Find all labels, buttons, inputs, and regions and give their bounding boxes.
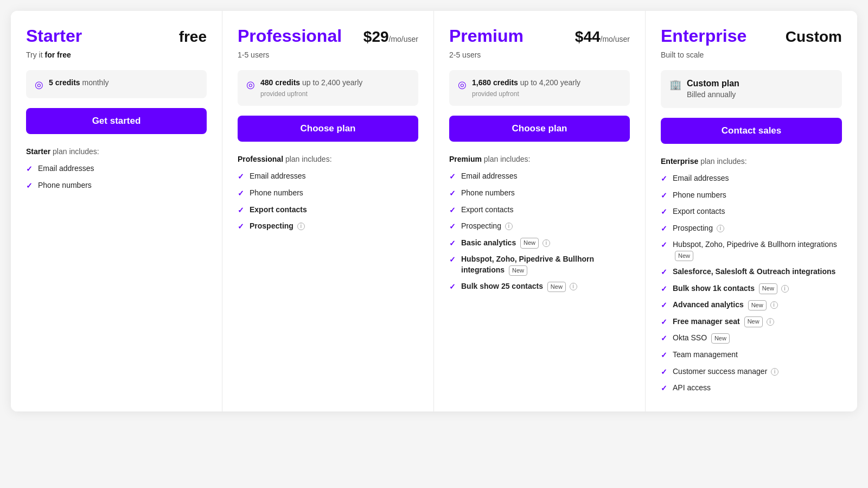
check-icon: ✓ bbox=[26, 181, 33, 192]
plan-header-premium: Premium$44/mo/user bbox=[449, 26, 630, 46]
credits-text: 480 credits up to 2,400 yearlyprovided u… bbox=[260, 78, 362, 98]
plan-price-premium: $44/mo/user bbox=[575, 28, 630, 46]
info-icon[interactable]: i bbox=[771, 368, 778, 376]
feature-text: Export contacts bbox=[250, 205, 307, 216]
feature-text: Advanced analytics New i bbox=[673, 300, 778, 310]
new-badge: New bbox=[759, 283, 777, 294]
list-item: ✓Email addresses bbox=[661, 173, 842, 185]
feature-text: Team management bbox=[673, 350, 738, 360]
plan-includes-label-enterprise: Enterprise plan includes: bbox=[661, 157, 842, 166]
feature-text: Hubspot, Zoho, Pipedrive & Bullhorn inte… bbox=[461, 254, 630, 276]
plan-subtitle-professional: 1-5 users bbox=[238, 50, 418, 59]
check-icon: ✓ bbox=[661, 191, 667, 201]
feature-text: Free manager seat New i bbox=[673, 316, 774, 327]
feature-text: Hubspot, Zoho, Pipedrive & Bullhorn inte… bbox=[673, 239, 842, 261]
list-item: ✓Phone numbers bbox=[26, 180, 207, 192]
info-icon[interactable]: i bbox=[770, 301, 778, 309]
feature-list-professional: ✓Email addresses✓Phone numbers✓Export co… bbox=[238, 171, 418, 232]
list-item: ✓Advanced analytics New i bbox=[661, 300, 842, 311]
plan-price-enterprise: Custom bbox=[786, 28, 842, 46]
feature-text: Email addresses bbox=[673, 173, 729, 184]
list-item: ✓Email addresses bbox=[449, 171, 630, 182]
feature-text: Prospecting i bbox=[250, 221, 305, 232]
cta-button-starter[interactable]: Get started bbox=[26, 108, 207, 134]
check-icon: ✓ bbox=[238, 172, 244, 182]
credits-icon: ◎ bbox=[35, 79, 43, 91]
info-icon[interactable]: i bbox=[717, 225, 724, 232]
check-icon: ✓ bbox=[449, 221, 456, 232]
check-icon: ✓ bbox=[661, 207, 667, 218]
check-icon: ✓ bbox=[661, 174, 667, 185]
check-icon: ✓ bbox=[661, 317, 667, 328]
check-icon: ✓ bbox=[26, 164, 33, 175]
new-badge: New bbox=[520, 238, 539, 248]
credits-icon: ◎ bbox=[246, 79, 255, 91]
new-badge: New bbox=[711, 333, 730, 344]
plan-includes-label-starter: Starter plan includes: bbox=[26, 147, 207, 156]
feature-list-starter: ✓Email addresses✓Phone numbers bbox=[26, 163, 207, 191]
list-item: ✓Prospecting i bbox=[449, 221, 630, 232]
check-icon: ✓ bbox=[449, 205, 456, 216]
cta-button-professional[interactable]: Choose plan bbox=[238, 116, 418, 142]
cta-button-enterprise[interactable]: Contact sales bbox=[661, 118, 842, 144]
feature-text: Okta SSO New bbox=[673, 333, 730, 344]
plan-name-professional: Professional bbox=[238, 26, 342, 46]
plan-name-starter: Starter bbox=[26, 26, 82, 46]
info-icon[interactable]: i bbox=[542, 239, 550, 247]
feature-text: Basic analytics New i bbox=[461, 238, 550, 249]
plan-price-starter: free bbox=[179, 28, 207, 46]
feature-text: API access bbox=[673, 383, 711, 394]
plan-subtitle-starter: Try it for free bbox=[26, 50, 207, 59]
cta-button-premium[interactable]: Choose plan bbox=[449, 116, 630, 142]
plan-header-enterprise: EnterpriseCustom bbox=[661, 26, 842, 46]
list-item: ✓Prospecting i bbox=[238, 221, 418, 232]
list-item: ✓Prospecting i bbox=[661, 223, 842, 235]
list-item: ✓Export contacts bbox=[238, 205, 418, 216]
check-icon: ✓ bbox=[449, 188, 456, 199]
info-icon[interactable]: i bbox=[781, 285, 789, 293]
feature-text: Export contacts bbox=[673, 206, 725, 217]
check-icon: ✓ bbox=[661, 300, 667, 311]
custom-plan-box: 🏢Custom planBilled annually bbox=[661, 70, 842, 108]
info-icon[interactable]: i bbox=[505, 223, 513, 230]
new-badge: New bbox=[509, 265, 527, 276]
info-icon[interactable]: i bbox=[297, 223, 305, 230]
check-icon: ✓ bbox=[661, 284, 667, 295]
list-item: ✓Export contacts bbox=[661, 206, 842, 218]
feature-text: Phone numbers bbox=[673, 190, 726, 201]
plan-col-premium: Premium$44/mo/user2-5 users◎1,680 credit… bbox=[434, 11, 646, 411]
check-icon: ✓ bbox=[661, 350, 667, 361]
feature-list-premium: ✓Email addresses✓Phone numbers✓Export co… bbox=[449, 171, 630, 292]
list-item: ✓Hubspot, Zoho, Pipedrive & Bullhorn int… bbox=[661, 239, 842, 261]
list-item: ✓Basic analytics New i bbox=[449, 238, 630, 249]
plan-subtitle-premium: 2-5 users bbox=[449, 50, 630, 59]
check-icon: ✓ bbox=[661, 333, 667, 344]
plan-subtitle-enterprise: Built to scale bbox=[661, 50, 842, 59]
plan-col-enterprise: EnterpriseCustomBuilt to scale🏢Custom pl… bbox=[646, 11, 857, 411]
credits-text: 1,680 credits up to 4,200 yearlyprovided… bbox=[472, 78, 580, 98]
check-icon: ✓ bbox=[661, 240, 667, 251]
list-item: ✓Hubspot, Zoho, Pipedrive & Bullhorn int… bbox=[449, 254, 630, 276]
feature-text: Phone numbers bbox=[38, 180, 92, 191]
list-item: ✓Phone numbers bbox=[661, 190, 842, 201]
feature-text: Prospecting i bbox=[461, 221, 513, 232]
list-item: ✓Salesforce, Salesloft & Outreach integr… bbox=[661, 267, 842, 278]
feature-text: Email addresses bbox=[250, 171, 306, 182]
new-badge: New bbox=[547, 282, 566, 292]
feature-text: Email addresses bbox=[38, 163, 94, 174]
feature-text: Phone numbers bbox=[250, 188, 303, 199]
pricing-grid: StarterfreeTry it for free◎5 credits mon… bbox=[11, 11, 857, 411]
plan-name-enterprise: Enterprise bbox=[661, 26, 746, 46]
plan-includes-label-premium: Premium plan includes: bbox=[449, 155, 630, 163]
list-item: ✓Customer success manager i bbox=[661, 366, 842, 378]
info-icon[interactable]: i bbox=[570, 283, 577, 290]
credits-box-starter: ◎5 credits monthly bbox=[26, 70, 207, 98]
custom-plan-text: Custom planBilled annually bbox=[687, 78, 739, 100]
building-icon: 🏢 bbox=[669, 79, 681, 91]
info-icon[interactable]: i bbox=[767, 318, 774, 326]
feature-text: Customer success manager i bbox=[673, 366, 778, 377]
new-badge: New bbox=[675, 251, 693, 261]
feature-text: Export contacts bbox=[461, 205, 514, 216]
plan-col-professional: Professional$29/mo/user1-5 users◎480 cre… bbox=[222, 11, 434, 411]
check-icon: ✓ bbox=[661, 224, 667, 235]
